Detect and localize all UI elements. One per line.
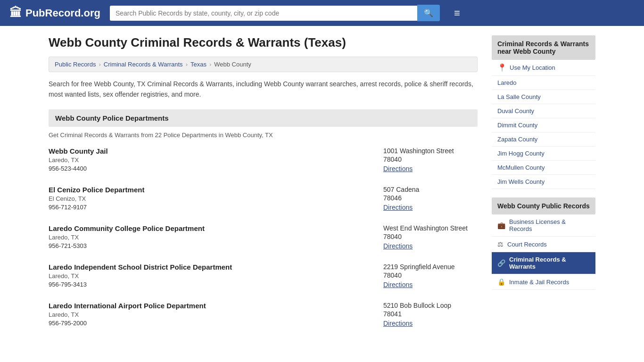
dept-phone-4: 956-795-2000 (49, 320, 374, 327)
pub-link-2[interactable]: Criminal Records & Warrants (509, 256, 590, 270)
dept-right-1: 507 Cadena 78046 Directions (374, 186, 478, 211)
dept-name-2: Laredo Community College Police Departme… (49, 224, 374, 232)
use-my-location-link[interactable]: Use My Location (510, 64, 555, 71)
nearby-item-4[interactable]: Zapata County (492, 132, 595, 147)
directions-link-3[interactable]: Directions (383, 281, 413, 288)
breadcrumb-texas[interactable]: Texas (190, 61, 206, 68)
dept-zip-0: 78040 (383, 156, 478, 163)
nearby-section-title: Criminal Records & Warrants near Webb Co… (492, 35, 595, 60)
criminal-icon: 🔗 (497, 259, 505, 267)
dept-entry-2: Laredo Community College Police Departme… (49, 224, 478, 252)
business-icon: 💼 (497, 222, 505, 229)
pub-item-0[interactable]: 💼 Business Licenses & Records (492, 214, 595, 237)
inmate-icon: 🔒 (497, 278, 505, 286)
dept-zip-4: 78041 (383, 310, 478, 318)
directions-link-0[interactable]: Directions (383, 165, 413, 173)
dept-phone-0: 956-523-4400 (49, 165, 374, 172)
directions-link-1[interactable]: Directions (383, 204, 413, 211)
location-pin-icon: 📍 (497, 63, 507, 72)
nearby-link-2[interactable]: Duval County (497, 107, 534, 115)
dept-right-0: 1001 Washington Street 78040 Directions (374, 147, 478, 173)
search-icon: 🔍 (424, 9, 433, 17)
logo-icon: 🏛 (9, 6, 22, 20)
nearby-link-5[interactable]: Jim Hogg County (497, 150, 545, 157)
nearby-item-0[interactable]: Laredo (492, 76, 595, 90)
dept-name-1: El Cenizo Police Department (49, 186, 374, 194)
nearby-item-5[interactable]: Jim Hogg County (492, 147, 595, 161)
dept-entry-0: Webb County Jail Laredo, TX 956-523-4400… (49, 147, 478, 174)
dept-name-0: Webb County Jail (49, 147, 374, 155)
nearby-item-6[interactable]: McMullen County (492, 161, 595, 175)
sidebar: Criminal Records & Warrants near Webb Co… (492, 35, 595, 340)
nearby-link-4[interactable]: Zapata County (497, 136, 537, 143)
page-title: Webb County Criminal Records & Warrants … (49, 35, 478, 50)
main-content: Webb County Criminal Records & Warrants … (49, 35, 478, 340)
nearby-list: 📍 Use My Location Laredo La Salle County… (492, 60, 595, 189)
section-header: Webb County Police Departments (49, 109, 478, 127)
nearby-link-0[interactable]: Laredo (497, 79, 516, 86)
dept-city-4: Laredo, TX (49, 311, 374, 318)
nearby-item-3[interactable]: Dimmit County (492, 118, 595, 132)
search-button[interactable]: 🔍 (417, 5, 440, 21)
directions-link-4[interactable]: Directions (383, 320, 413, 327)
hamburger-icon: ≡ (454, 7, 460, 19)
dept-city-0: Laredo, TX (49, 156, 374, 164)
nearby-item-1[interactable]: La Salle County (492, 90, 595, 104)
pub-item-2[interactable]: 🔗 Criminal Records & Warrants (492, 252, 595, 274)
nearby-link-1[interactable]: La Salle County (497, 93, 541, 100)
dept-address-1: 507 Cadena (383, 186, 478, 193)
search-bar: 🔍 (110, 5, 440, 21)
court-icon: ⚖ (497, 240, 504, 248)
pub-item-3[interactable]: 🔒 Inmate & Jail Records (492, 274, 595, 290)
dept-address-4: 5210 Bob Bullock Loop (383, 302, 478, 309)
pub-link-1[interactable]: Court Records (507, 241, 547, 248)
dept-right-4: 5210 Bob Bullock Loop 78041 Directions (374, 302, 478, 327)
dept-address-0: 1001 Washington Street (383, 147, 478, 155)
site-logo[interactable]: 🏛 PubRecord.org (9, 6, 100, 20)
nearby-link-6[interactable]: McMullen County (497, 164, 545, 171)
dept-address-3: 2219 Springfield Avenue (383, 263, 478, 271)
breadcrumb-webb-county: Webb County (214, 61, 251, 68)
nearby-link-7[interactable]: Jim Wells County (497, 178, 545, 185)
dept-entry-3: Laredo Independent School District Polic… (49, 263, 478, 290)
nearby-link-3[interactable]: Dimmit County (497, 122, 537, 129)
dept-left-3: Laredo Independent School District Polic… (49, 263, 374, 288)
use-my-location-item[interactable]: 📍 Use My Location (492, 60, 595, 76)
public-records-list: 💼 Business Licenses & Records ⚖ Court Re… (492, 214, 595, 290)
nearby-item-7[interactable]: Jim Wells County (492, 175, 595, 189)
dept-name-4: Laredo International Airport Police Depa… (49, 302, 374, 310)
dept-city-1: El Cenizo, TX (49, 195, 374, 202)
dept-entry-1: El Cenizo Police Department El Cenizo, T… (49, 186, 478, 213)
breadcrumb: Public Records › Criminal Records & Warr… (49, 57, 478, 72)
site-header: 🏛 PubRecord.org 🔍 ≡ (0, 0, 644, 26)
section-subtext: Get Criminal Records & Warrants from 22 … (49, 132, 478, 139)
breadcrumb-criminal-records[interactable]: Criminal Records & Warrants (104, 61, 183, 68)
pub-link-0[interactable]: Business Licenses & Records (509, 218, 590, 232)
dept-name-3: Laredo Independent School District Polic… (49, 263, 374, 271)
dept-address-2: West End Washington Street (383, 224, 478, 232)
dept-zip-3: 78040 (383, 272, 478, 279)
dept-right-3: 2219 Springfield Avenue 78040 Directions (374, 263, 478, 288)
public-records-section-title: Webb County Public Records (492, 197, 595, 214)
dept-phone-1: 956-712-9107 (49, 204, 374, 211)
dept-right-2: West End Washington Street 78040 Directi… (374, 224, 478, 250)
dept-zip-1: 78046 (383, 194, 478, 202)
directions-link-2[interactable]: Directions (383, 242, 413, 250)
search-input[interactable] (110, 6, 417, 21)
pub-item-1[interactable]: ⚖ Court Records (492, 237, 595, 252)
page-description: Search for free Webb County, TX Criminal… (49, 79, 478, 100)
nearby-item-2[interactable]: Duval County (492, 104, 595, 118)
dept-city-3: Laredo, TX (49, 272, 374, 280)
dept-left-0: Webb County Jail Laredo, TX 956-523-4400 (49, 147, 374, 172)
dept-left-2: Laredo Community College Police Departme… (49, 224, 374, 249)
menu-button[interactable]: ≡ (454, 7, 460, 19)
dept-entry-4: Laredo International Airport Police Depa… (49, 302, 478, 329)
breadcrumb-public-records[interactable]: Public Records (55, 61, 96, 68)
dept-city-2: Laredo, TX (49, 234, 374, 241)
dept-left-1: El Cenizo Police Department El Cenizo, T… (49, 186, 374, 211)
dept-zip-2: 78040 (383, 233, 478, 240)
dept-phone-3: 956-795-3413 (49, 281, 374, 288)
main-container: Webb County Criminal Records & Warrants … (39, 26, 605, 350)
dept-left-4: Laredo International Airport Police Depa… (49, 302, 374, 327)
pub-link-3[interactable]: Inmate & Jail Records (509, 279, 569, 286)
